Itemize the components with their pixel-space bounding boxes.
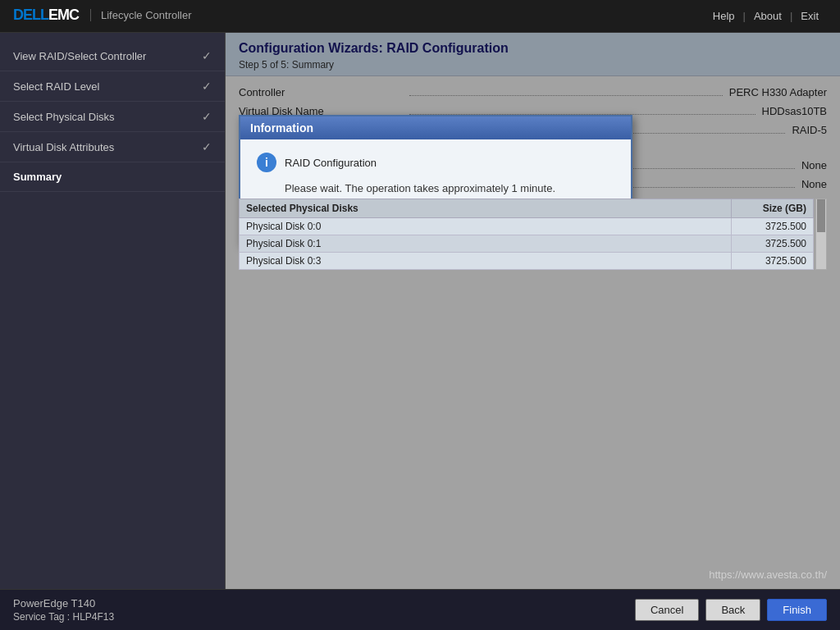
table-header-row: Selected Physical Disks Size (GB) [240,199,814,218]
sidebar-check-physical-disks: ✓ [202,110,212,123]
disk-name-cell: Physical Disk 0:0 [240,218,732,235]
modal-wait-text: Please wait. The operation takes approxi… [285,182,614,194]
sidebar-label-raid-level: Select RAID Level [13,80,100,93]
disks-table-wrapper: Selected Physical Disks Size (GB) Physic… [239,199,827,270]
table-row: Physical Disk 0:13725.500 [240,235,814,253]
disk-size-cell: 3725.500 [732,218,814,235]
sidebar-check-vd-attributes: ✓ [202,140,212,153]
about-link[interactable]: About [746,10,790,22]
exit-link[interactable]: Exit [792,10,827,22]
col-header-size: Size (GB) [732,199,814,218]
modal-header-text: Information [250,121,313,135]
sidebar: View RAID/Select Controller ✓ Select RAI… [0,33,226,589]
sidebar-item-view-raid[interactable]: View RAID/Select Controller ✓ [0,41,225,71]
bottom-info: PowerEdge T140 Service Tag : HLP4F13 [13,597,114,623]
dell-text: DELL [13,7,48,23]
brand-logo: DELLEMC [13,7,79,24]
scrollbar-thumb[interactable] [817,199,825,232]
sidebar-item-raid-level[interactable]: Select RAID Level ✓ [0,71,225,102]
modal-overlay: Information i RAID Configuration Please … [226,33,840,589]
cancel-button[interactable]: Cancel [635,599,699,621]
info-icon: i [257,153,276,172]
disk-size-cell: 3725.500 [732,253,814,270]
modal-header: Information [240,116,631,139]
sidebar-label-summary: Summary [13,171,62,183]
sidebar-check-raid-level: ✓ [202,80,212,93]
table-row: Physical Disk 0:03725.500 [240,218,814,235]
scrollbar-track[interactable] [815,199,827,270]
help-link[interactable]: Help [705,10,743,22]
sidebar-label-view-raid: View RAID/Select Controller [13,50,146,62]
sidebar-item-physical-disks[interactable]: Select Physical Disks ✓ [0,102,225,132]
back-button[interactable]: Back [705,599,760,621]
bottom-buttons: Cancel Back Finish [635,599,827,621]
emc-text: EMC [48,7,79,23]
sidebar-check-view-raid: ✓ [202,49,212,62]
sidebar-item-vd-attributes[interactable]: Virtual Disk Attributes ✓ [0,132,225,162]
disk-name-cell: Physical Disk 0:3 [240,253,732,270]
sidebar-label-physical-disks: Select Physical Disks [13,111,115,123]
bottom-bar: PowerEdge T140 Service Tag : HLP4F13 Can… [0,589,840,630]
disk-size-cell: 3725.500 [732,235,814,253]
main-content: View RAID/Select Controller ✓ Select RAI… [0,33,840,589]
table-row: Physical Disk 0:33725.500 [240,253,814,270]
disk-name-cell: Physical Disk 0:1 [240,235,732,253]
top-bar: DELLEMC Lifecycle Controller Help | Abou… [0,0,840,33]
sidebar-label-vd-attributes: Virtual Disk Attributes [13,141,114,153]
top-nav: Help | About | Exit [705,10,827,22]
brand-area: DELLEMC Lifecycle Controller [13,7,192,24]
modal-info-row: i RAID Configuration [257,153,614,172]
modal-info-title: RAID Configuration [285,157,377,169]
service-tag: Service Tag : HLP4F13 [13,611,114,623]
app-name: Lifecycle Controller [90,9,192,21]
sidebar-item-summary[interactable]: Summary [0,162,225,192]
content-panel: Configuration Wizards: RAID Configuratio… [226,33,840,589]
watermark: https://www.avesta.co.th/ [709,568,827,581]
col-header-name: Selected Physical Disks [240,199,732,218]
disks-table: Selected Physical Disks Size (GB) Physic… [239,199,814,270]
server-name: PowerEdge T140 [13,597,114,609]
finish-button[interactable]: Finish [767,599,827,621]
